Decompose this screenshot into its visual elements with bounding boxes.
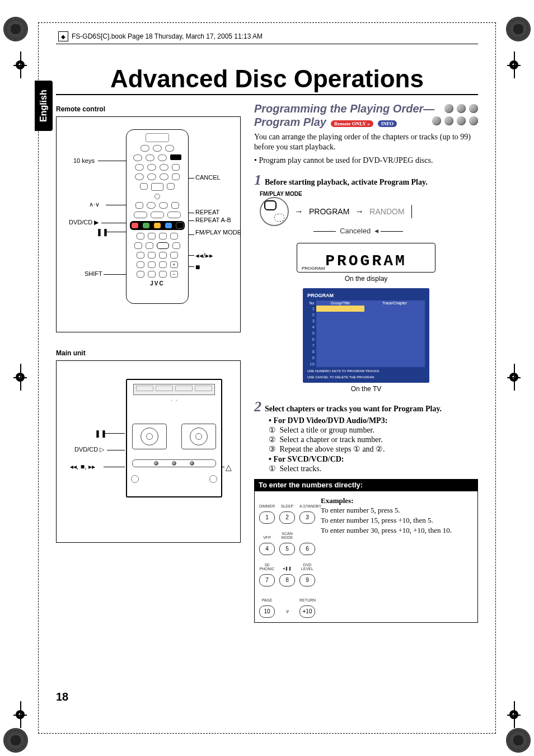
example-line: To enter number 30, press +10, +10, then… — [321, 525, 473, 536]
down-arrow-icon: ▿ — [279, 605, 295, 618]
registration-mark-icon — [13, 364, 27, 391]
step-1-text: Before starting playback, activate Progr… — [265, 178, 428, 187]
remote-control-box: 10 keys ∧·∨ DVD/CD ▶ ❚❚ SHIFT CANCEL — [56, 116, 241, 332]
program-display-marker: PROGRAM — [302, 266, 325, 271]
print-fiducial-icon — [3, 17, 28, 41]
print-fiducial-icon — [3, 728, 28, 753]
examples-column: Examples: To enter number 5, press 5. To… — [321, 496, 473, 618]
fmplay-mode-label: FM/PLAY MODE — [260, 191, 478, 197]
callout-cancel: CANCEL — [195, 174, 221, 181]
tv-screen-figure: PROGRAM No Group/Title Track/Chapter 1 2… — [303, 288, 429, 383]
tv-note-1: USE NUMERIC KEYS TO PROGRAM TRACKS. — [307, 369, 425, 373]
running-head: ◆ FS-GD6S[C].book Page 18 Thursday, Marc… — [58, 31, 263, 41]
remote-body-illustration: + − JVC — [126, 129, 189, 304]
callout-repeat: REPEAT — [195, 209, 219, 215]
tv-note-2: USE CANCEL TO DELETE THE PROGRAM. — [307, 375, 425, 379]
callout-repeat-ab: REPEAT A-B — [195, 217, 231, 223]
flow-random: RANDOM — [369, 207, 404, 216]
main-unit-label: Main unit — [56, 349, 241, 357]
flow-canceled-line: Canceled ◂ — [313, 226, 478, 235]
registration-mark-icon — [507, 51, 521, 78]
book-icon: ◆ — [58, 31, 68, 41]
disc-dots-row1 — [444, 104, 478, 113]
step-2-text: Select chapters or tracks you want for P… — [265, 405, 442, 414]
arrow-icon: → — [355, 206, 364, 217]
content-area: English Advanced Disc Operations Remote … — [56, 62, 478, 706]
tv-program-table: No Group/Title Track/Chapter 1 2 3 4 5 6… — [307, 300, 425, 367]
tv-program-title: PROGRAM — [307, 293, 425, 298]
running-rule — [56, 44, 478, 44]
registration-mark-icon — [13, 701, 27, 728]
fmplay-mode-button-icon — [260, 197, 289, 226]
registration-mark-icon — [507, 364, 521, 391]
page: ◆ FS-GD6S[C].book Page 18 Thursday, Marc… — [0, 0, 534, 756]
examples-heading: Examples: — [321, 496, 473, 506]
intro-bullet: • Program play cannot be used for DVD-VR… — [254, 156, 478, 166]
remote-control-label: Remote control — [56, 105, 241, 113]
callout-unit-prev-stop-next: ◂◂, ■, ▸▸ — [70, 463, 95, 471]
callout-fmplay-mode: FM/PLAY MODE — [195, 229, 241, 236]
step-1-heading: 1 Before starting playback, activate Pro… — [254, 173, 478, 187]
step-2-heading: 2 Select chapters or tracks you want for… — [254, 400, 478, 414]
remote-only-badge: Remote ONLY » — [331, 120, 373, 127]
main-unit-illustration: ° ° — [126, 379, 222, 497]
on-display-caption: On the display — [254, 275, 478, 283]
fmplay-mode-figure: FM/PLAY MODE → PROGRAM → RANDOM Cancele — [260, 191, 478, 235]
callout-shift: SHIFT — [85, 270, 102, 277]
page-number: 18 — [56, 691, 68, 703]
disc-dots-row2 — [432, 116, 478, 125]
callout-prev-next: ◂◂/▸▸ — [195, 251, 213, 260]
intro-paragraph: You can arrange the playing order of the… — [254, 132, 478, 152]
numeric-keypad-figure: DIMMER SLEEP A.STANDBY 1 2 3 VFP SCAN MO… — [259, 496, 315, 618]
title-rule — [56, 94, 478, 95]
callout-up-down: ∧·∨ — [89, 201, 100, 208]
flow-program: PROGRAM — [309, 207, 349, 216]
example-line: To enter number 5, press 5. — [321, 505, 473, 515]
info-badge: INFO — [378, 120, 397, 127]
running-head-text: FS-GD6S[C].book Page 18 Thursday, March … — [72, 32, 263, 40]
registration-mark-icon — [13, 51, 27, 78]
callout-stop: ■ — [195, 262, 200, 271]
right-column: Programming the Playing Order— Program P… — [254, 102, 478, 623]
section-header: Programming the Playing Order— Program P… — [254, 102, 478, 129]
print-fiducial-icon — [506, 17, 531, 41]
program-display-figure: PROGRAM PROGRAM — [297, 243, 435, 273]
page-title: Advanced Disc Operations — [56, 65, 478, 93]
section-title-line2: Program Play — [254, 116, 326, 128]
step-number-1: 1 — [254, 173, 261, 187]
arrow-icon: → — [294, 206, 303, 217]
language-tab: English — [35, 81, 53, 131]
callout-unit-eject: △ — [226, 463, 232, 472]
registration-mark-icon — [507, 701, 521, 728]
remote-brand: JVC — [127, 280, 188, 287]
enter-numbers-box: DIMMER SLEEP A.STANDBY 1 2 3 VFP SCAN MO… — [254, 491, 478, 623]
print-fiducial-icon — [506, 728, 531, 753]
step-number-2: 2 — [254, 400, 261, 414]
callout-dvdcd-play: DVD/CD ▶ — [69, 219, 99, 226]
example-line: To enter number 15, press +10, then 5. — [321, 515, 473, 525]
main-unit-box: ❚❚ DVD/CD ▷ ◂◂, ■, ▸▸ △ ° ° — [56, 360, 241, 543]
step2-dvd-block: • For DVD Video/DVD Audio/MP3: ① Select … — [269, 416, 478, 473]
callout-ten-keys: 10 keys — [73, 157, 95, 164]
on-tv-caption: On the TV — [254, 385, 478, 393]
enter-numbers-heading: To enter the numbers directly: — [254, 479, 478, 491]
callout-unit-dvdcd: DVD/CD ▷ — [74, 446, 104, 453]
left-column: Remote control 10 keys ∧·∨ DVD/CD ▶ ❚❚ S… — [56, 102, 241, 623]
